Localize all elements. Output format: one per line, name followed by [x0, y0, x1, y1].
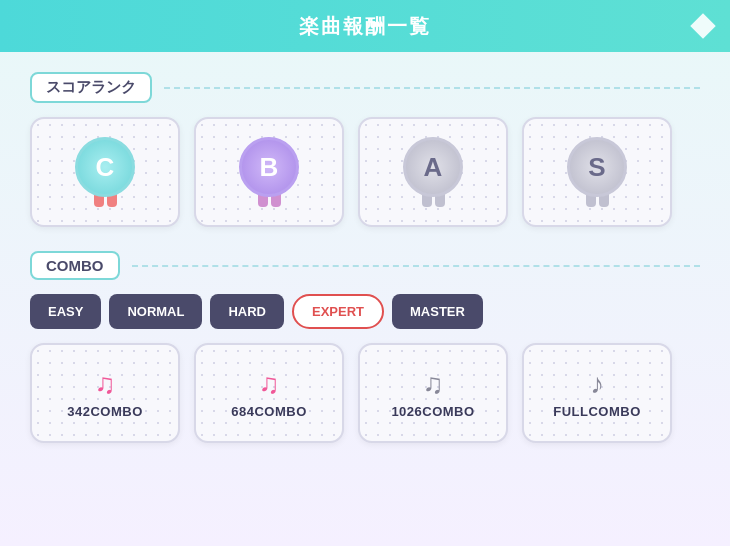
combo-card-342[interactable]: ♫ 342COMBO	[30, 343, 180, 443]
combo-section: COMBO EASY NORMAL HARD EXPERT MASTER ♫ 3…	[30, 251, 700, 443]
tab-easy[interactable]: EASY	[30, 294, 101, 329]
medal-wrapper-a: A	[403, 137, 463, 207]
combo-dots	[132, 265, 701, 267]
combo-card-1026[interactable]: ♫ 1026COMBO	[358, 343, 508, 443]
note-icon-1026: ♫	[423, 368, 444, 400]
tab-master[interactable]: MASTER	[392, 294, 483, 329]
score-rank-label: スコアランク	[30, 72, 152, 103]
rank-card-b[interactable]: B	[194, 117, 344, 227]
combo-cards-row: ♫ 342COMBO ♫ 684COMBO ♫ 1026COMBO ♪ FULL…	[30, 343, 700, 443]
combo-card-full[interactable]: ♪ FULLCOMBO	[522, 343, 672, 443]
combo-label-684: 684COMBO	[231, 404, 307, 419]
tab-hard[interactable]: HARD	[210, 294, 284, 329]
main-content: スコアランク C B	[0, 52, 730, 546]
page-title: 楽曲報酬一覧	[299, 13, 431, 40]
tab-expert[interactable]: EXPERT	[292, 294, 384, 329]
rank-card-c[interactable]: C	[30, 117, 180, 227]
tab-normal[interactable]: NORMAL	[109, 294, 202, 329]
rank-card-s[interactable]: S	[522, 117, 672, 227]
combo-card-684[interactable]: ♫ 684COMBO	[194, 343, 344, 443]
medal-c: C	[75, 137, 135, 197]
score-rank-section: スコアランク C B	[30, 72, 700, 227]
combo-label-342: 342COMBO	[67, 404, 143, 419]
combo-header: COMBO	[30, 251, 700, 280]
combo-label-full: FULLCOMBO	[553, 404, 641, 419]
medal-wrapper-s: S	[567, 137, 627, 207]
rank-card-a[interactable]: A	[358, 117, 508, 227]
rank-cards-row: C B	[30, 117, 700, 227]
score-rank-dots	[164, 87, 700, 89]
combo-label-1026: 1026COMBO	[391, 404, 474, 419]
note-icon-684: ♫	[259, 368, 280, 400]
app-container: 楽曲報酬一覧 スコアランク C	[0, 0, 730, 546]
combo-label: COMBO	[30, 251, 120, 280]
medal-s: S	[567, 137, 627, 197]
diamond-icon	[690, 13, 715, 38]
medal-a: A	[403, 137, 463, 197]
note-icon-342: ♫	[95, 368, 116, 400]
medal-wrapper-c: C	[75, 137, 135, 207]
note-icon-full: ♪	[590, 368, 604, 400]
score-rank-header: スコアランク	[30, 72, 700, 103]
medal-wrapper-b: B	[239, 137, 299, 207]
difficulty-tabs: EASY NORMAL HARD EXPERT MASTER	[30, 294, 700, 329]
header: 楽曲報酬一覧	[0, 0, 730, 52]
medal-b: B	[239, 137, 299, 197]
